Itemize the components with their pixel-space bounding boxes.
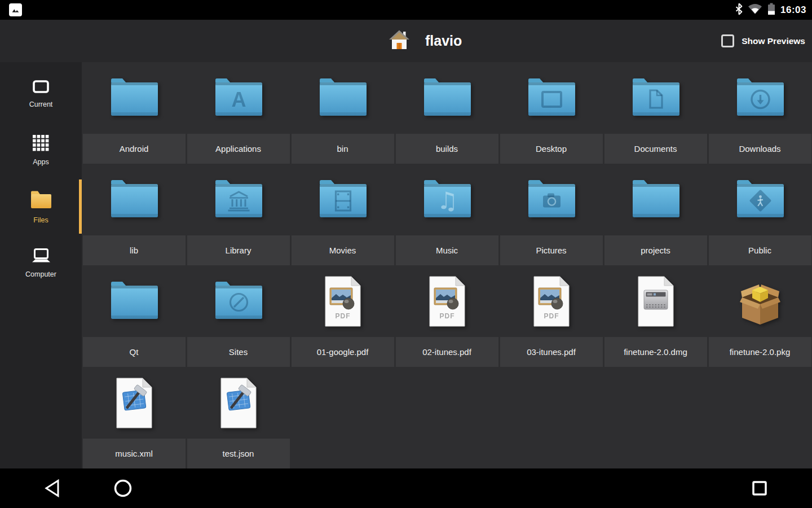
grid-item-label: Qt bbox=[83, 337, 186, 367]
back-button[interactable] bbox=[44, 479, 61, 498]
grid-item-android[interactable]: Android bbox=[82, 62, 186, 164]
folder-apps-icon: A bbox=[186, 62, 290, 134]
sidebar-item-current[interactable]: Current bbox=[0, 65, 82, 122]
folder-icon bbox=[395, 62, 499, 134]
grid-item-label: music.xml bbox=[83, 439, 186, 468]
navigation-bar bbox=[0, 468, 812, 508]
sidebar-item-label: Current bbox=[29, 100, 53, 108]
sidebar-item-label: Apps bbox=[33, 158, 49, 166]
grid-item-02-itunes-pdf[interactable]: PDF02-itunes.pdf bbox=[395, 265, 499, 367]
file-dmg-icon bbox=[603, 265, 708, 337]
grid-item-label: bin bbox=[292, 134, 394, 164]
file-pdf-icon: PDF bbox=[290, 265, 395, 337]
svg-text:PDF: PDF bbox=[439, 312, 454, 320]
grid-item-label: Android bbox=[83, 134, 186, 164]
grid-item-downloads[interactable]: Downloads bbox=[708, 62, 812, 164]
computer-icon bbox=[30, 248, 52, 266]
svg-text:PDF: PDF bbox=[335, 312, 350, 320]
folder-icon bbox=[82, 164, 186, 235]
bluetooth-icon bbox=[735, 3, 743, 17]
file-code-icon bbox=[186, 367, 290, 439]
svg-text:PDF: PDF bbox=[544, 312, 559, 320]
files-icon bbox=[29, 189, 53, 212]
grid-item-lib[interactable]: lib bbox=[82, 164, 186, 265]
grid-item-bin[interactable]: bin bbox=[290, 62, 395, 164]
folder-music-icon: ♫ bbox=[395, 164, 499, 235]
grid-item-label: Public bbox=[709, 235, 811, 265]
grid-item-label: lib bbox=[83, 235, 186, 265]
grid-item-label: Music bbox=[396, 235, 498, 265]
grid-item-label: 01-google.pdf bbox=[292, 337, 394, 367]
grid-item-label: Desktop bbox=[500, 134, 603, 164]
grid-item-applications[interactable]: AApplications bbox=[186, 62, 290, 164]
apps-icon bbox=[32, 134, 50, 154]
grid-item-test-json[interactable]: test.json bbox=[186, 367, 290, 468]
grid-item-sites[interactable]: Sites bbox=[186, 265, 290, 367]
folder-icon bbox=[82, 62, 186, 134]
sidebar-item-apps[interactable]: Apps bbox=[0, 122, 82, 178]
grid-item-label: Movies bbox=[292, 235, 394, 265]
grid-item-label: builds bbox=[396, 134, 498, 164]
screenshot-app-icon bbox=[9, 3, 22, 16]
grid-item-label: Downloads bbox=[709, 134, 811, 164]
grid-item-01-google-pdf[interactable]: PDF01-google.pdf bbox=[290, 265, 395, 367]
file-grid: Android AApplications bin builds Des bbox=[82, 62, 812, 468]
svg-text:♫: ♫ bbox=[436, 187, 458, 214]
grid-item-label: Sites bbox=[187, 337, 290, 367]
grid-item-label: 02-itunes.pdf bbox=[396, 337, 498, 367]
grid-item-documents[interactable]: Documents bbox=[603, 62, 708, 164]
file-code-icon bbox=[82, 367, 186, 439]
folder-icon bbox=[82, 265, 186, 337]
grid-item-music[interactable]: ♫Music bbox=[395, 164, 499, 265]
page-title: flavio bbox=[425, 33, 462, 49]
grid-item-label: Pictures bbox=[500, 235, 603, 265]
grid-item-label: finetune-2.0.pkg bbox=[709, 337, 811, 367]
grid-item-label: test.json bbox=[187, 439, 290, 468]
grid-item-projects[interactable]: projects bbox=[603, 164, 708, 265]
folder-movies-icon bbox=[290, 164, 395, 235]
grid-item-finetune-2-0-pkg[interactable]: finetune-2.0.pkg bbox=[708, 265, 812, 367]
grid-item-finetune-2-0-dmg[interactable]: finetune-2.0.dmg bbox=[603, 265, 708, 367]
show-previews-checkbox[interactable] bbox=[721, 34, 734, 47]
folder-icon bbox=[603, 164, 708, 235]
recents-button[interactable] bbox=[752, 480, 767, 496]
folder-library-icon bbox=[186, 164, 290, 235]
folder-desktop-icon bbox=[499, 62, 603, 134]
file-pdf-icon: PDF bbox=[395, 265, 499, 337]
grid-item-music-xml[interactable]: music.xml bbox=[82, 367, 186, 468]
app-header: flavio Show Previews bbox=[0, 20, 812, 62]
grid-item-qt[interactable]: Qt bbox=[82, 265, 186, 367]
grid-item-pictures[interactable]: Pictures bbox=[499, 164, 603, 265]
svg-text:A: A bbox=[231, 88, 246, 111]
folder-pictures-icon bbox=[499, 164, 603, 235]
sidebar: CurrentApps Files Computer bbox=[0, 62, 82, 468]
grid-item-label: 03-itunes.pdf bbox=[500, 337, 603, 367]
file-pdf-icon: PDF bbox=[499, 265, 603, 337]
wifi-icon bbox=[748, 3, 762, 17]
grid-item-label: Library bbox=[187, 235, 290, 265]
show-previews-label: Show Previews bbox=[742, 36, 805, 46]
grid-item-public[interactable]: Public bbox=[708, 164, 812, 265]
grid-item-label: Documents bbox=[604, 134, 707, 164]
folder-icon bbox=[290, 62, 395, 134]
grid-item-library[interactable]: Library bbox=[186, 164, 290, 265]
clock-text: 16:03 bbox=[780, 5, 806, 16]
status-bar: 16:03 bbox=[0, 0, 812, 20]
home-breadcrumb-icon[interactable] bbox=[388, 29, 411, 54]
grid-item-label: finetune-2.0.dmg bbox=[604, 337, 707, 367]
folder-public-icon bbox=[708, 164, 812, 235]
folder-documents-icon bbox=[603, 62, 708, 134]
home-button[interactable] bbox=[113, 479, 133, 498]
grid-item-03-itunes-pdf[interactable]: PDF03-itunes.pdf bbox=[499, 265, 603, 367]
folder-downloads-icon bbox=[708, 62, 812, 134]
grid-item-label: Applications bbox=[187, 134, 290, 164]
grid-item-builds[interactable]: builds bbox=[395, 62, 499, 164]
folder-sites-icon bbox=[186, 265, 290, 337]
sidebar-item-files[interactable]: Files bbox=[0, 178, 82, 235]
sidebar-item-label: Computer bbox=[25, 270, 56, 278]
sidebar-item-label: Files bbox=[33, 216, 48, 224]
grid-item-label: projects bbox=[604, 235, 707, 265]
grid-item-desktop[interactable]: Desktop bbox=[499, 62, 603, 164]
sidebar-item-computer[interactable]: Computer bbox=[0, 235, 82, 291]
grid-item-movies[interactable]: Movies bbox=[290, 164, 395, 265]
